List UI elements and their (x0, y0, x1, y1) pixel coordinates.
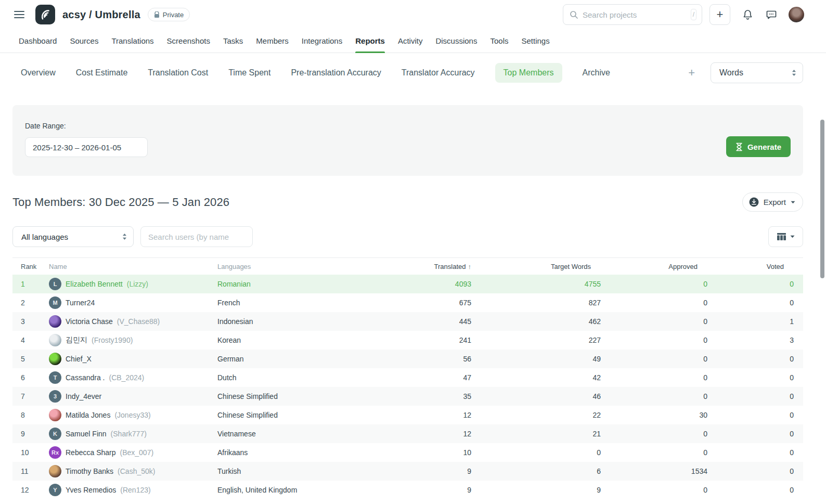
target-words-cell: 462 (471, 317, 601, 326)
report-tab-pre-translation-accuracy[interactable]: Pre-translation Accuracy (291, 63, 381, 83)
column-header-rank[interactable]: Rank (12, 263, 49, 270)
member-username: (V_Chase88) (117, 317, 160, 326)
member-name[interactable]: Yves Remedios (66, 486, 116, 494)
languages-cell: French (217, 299, 370, 307)
member-name[interactable]: Turner24 (66, 299, 95, 307)
add-report-tab-button[interactable]: + (688, 66, 695, 80)
nav-item-sources[interactable]: Sources (70, 29, 98, 53)
member-name[interactable]: Chief_X (66, 355, 92, 363)
messages-icon[interactable] (765, 8, 778, 21)
report-tab-cost-estimate[interactable]: Cost Estimate (76, 63, 128, 83)
nav-item-translations[interactable]: Translations (111, 29, 153, 53)
app-logo[interactable] (35, 5, 55, 24)
member-avatar (49, 353, 61, 365)
languages-cell: Romanian (217, 280, 370, 288)
table-filters: All languages (12, 226, 803, 247)
column-header-languages[interactable]: Languages (217, 263, 370, 270)
languages-cell: Vietnamese (217, 430, 370, 438)
report-tab-top-members[interactable]: Top Members (495, 63, 562, 83)
date-range-input[interactable] (25, 137, 148, 157)
member-avatar: K (49, 428, 61, 440)
table-row: 9KSamuel Finn(Shark777)Vietnamese122100 (12, 424, 803, 443)
hamburger-menu-icon[interactable] (12, 8, 26, 21)
column-header-voted[interactable]: Voted (707, 263, 794, 270)
create-project-button[interactable]: + (709, 4, 730, 25)
table-row: 12YYves Remedios(Ren123)English, United … (12, 481, 803, 499)
nav-item-integrations[interactable]: Integrations (302, 29, 342, 53)
member-name[interactable]: Matilda Jones (66, 411, 110, 419)
download-icon (749, 197, 759, 207)
approved-cell: 0 (601, 355, 707, 363)
name-cell: LElizabeth Bennett(Lizzy) (49, 278, 217, 290)
translated-cell: 9 (370, 467, 471, 475)
report-tab-translation-cost[interactable]: Translation Cost (148, 63, 208, 83)
rank-cell: 5 (12, 355, 49, 363)
member-name[interactable]: Victoria Chase (66, 317, 113, 326)
translated-cell: 4093 (370, 280, 471, 288)
voted-cell: 0 (707, 280, 794, 288)
notifications-bell-icon[interactable] (741, 8, 754, 21)
column-header-name[interactable]: Name (49, 263, 217, 270)
translated-cell: 675 (370, 299, 471, 307)
target-words-cell: 21 (471, 430, 601, 438)
voted-cell: 0 (707, 430, 794, 438)
generate-button[interactable]: Generate (726, 136, 791, 157)
user-avatar[interactable] (789, 7, 804, 22)
nav-item-members[interactable]: Members (256, 29, 289, 53)
name-cell: YYves Remedios(Ren123) (49, 484, 217, 496)
user-search-input[interactable] (140, 226, 253, 247)
member-name[interactable]: Cassandra . (66, 373, 105, 382)
nav-item-screenshots[interactable]: Screenshots (167, 29, 210, 53)
table-row: 6TCassandra .(CB_2024)Dutch474200 (12, 368, 803, 387)
nav-item-tools[interactable]: Tools (490, 29, 508, 53)
approved-cell: 0 (601, 392, 707, 400)
column-header-approved[interactable]: Approved (601, 263, 707, 270)
vertical-scrollbar[interactable] (820, 120, 824, 278)
member-name[interactable]: Rebecca Sharp (66, 448, 116, 457)
search-projects-input[interactable] (583, 10, 686, 19)
translated-cell: 12 (370, 430, 471, 438)
member-username: (Lizzy) (127, 280, 148, 288)
table-row: 11Timothy Banks(Cash_50k)Turkish9615340 (12, 462, 803, 481)
member-name[interactable]: Timothy Banks (66, 467, 113, 475)
date-range-label: Date Range: (25, 122, 791, 130)
nav-item-reports[interactable]: Reports (355, 29, 385, 53)
lock-icon (154, 11, 160, 18)
approved-cell: 0 (601, 299, 707, 307)
target-words-cell: 9 (471, 486, 601, 494)
report-tab-time-spent[interactable]: Time Spent (228, 63, 270, 83)
approved-cell: 0 (601, 430, 707, 438)
rank-cell: 10 (12, 448, 49, 457)
member-name[interactable]: Samuel Finn (66, 430, 107, 438)
report-tab-translator-accuracy[interactable]: Translator Accuracy (402, 63, 475, 83)
export-button[interactable]: Export (742, 192, 803, 212)
column-header-translated[interactable]: Translated↑ (370, 263, 471, 270)
member-avatar (49, 315, 61, 328)
column-settings-button[interactable] (768, 226, 803, 247)
column-header-target-words[interactable]: Target Words (471, 263, 601, 270)
target-words-cell: 49 (471, 355, 601, 363)
name-cell: Matilda Jones(Jonesy33) (49, 409, 217, 421)
target-words-cell: 227 (471, 336, 601, 344)
nav-item-discussions[interactable]: Discussions (435, 29, 477, 53)
member-name[interactable]: 김민지 (66, 335, 87, 345)
unit-selector-value: Words (719, 68, 743, 77)
top-members-table: RankNameLanguagesTranslated↑Target Words… (12, 257, 803, 499)
nav-item-tasks[interactable]: Tasks (223, 29, 243, 53)
report-tab-archive[interactable]: Archive (583, 63, 610, 83)
nav-item-activity[interactable]: Activity (398, 29, 423, 53)
voted-cell: 0 (707, 411, 794, 419)
member-name[interactable]: Indy_4ever (66, 392, 101, 400)
approved-cell: 0 (601, 373, 707, 382)
nav-item-dashboard[interactable]: Dashboard (19, 29, 57, 53)
language-filter[interactable]: All languages (12, 226, 134, 247)
table-row: 4김민지(Frosty1990)Korean24122703 (12, 331, 803, 350)
nav-item-settings[interactable]: Settings (521, 29, 549, 53)
language-filter-value: All languages (21, 232, 68, 241)
voted-cell: 0 (707, 392, 794, 400)
unit-selector[interactable]: Words (711, 62, 803, 83)
voted-cell: 3 (707, 336, 794, 344)
member-name[interactable]: Elizabeth Bennett (66, 280, 123, 288)
report-tab-overview[interactable]: Overview (21, 63, 56, 83)
voted-cell: 0 (707, 299, 794, 307)
